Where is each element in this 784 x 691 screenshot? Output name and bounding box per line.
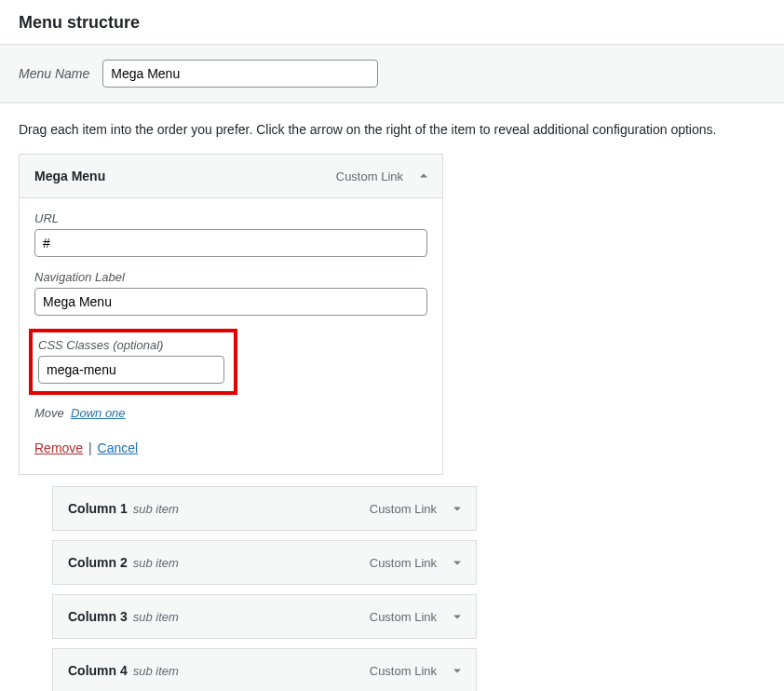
collapsed-list: Column 1 sub item Custom Link Column 2 s… [19,486,765,691]
menu-item-type: Custom Link [370,610,437,624]
menu-item-title: Column 2 [68,555,128,570]
menu-item-column-3: Column 3 sub item Custom Link [52,594,477,639]
chevron-up-icon[interactable] [416,169,431,183]
menu-item-type: Custom Link [336,169,403,183]
css-classes-label: CSS Classes (optional) [38,338,224,352]
menu-name-label: Menu Name [19,66,89,81]
menu-item-type: Custom Link [370,556,437,570]
menu-name-input[interactable] [102,60,378,88]
chevron-down-icon[interactable] [450,501,465,516]
menu-settings-bar: Menu Name [0,45,784,103]
menu-item-header[interactable]: Column 4 sub item Custom Link [53,649,476,691]
chevron-down-icon[interactable] [450,609,465,624]
menu-item-subtitle: sub item [133,502,179,516]
menu-item-mega-menu: Mega Menu Custom Link URL Navigation Lab… [19,154,443,475]
separator: | [88,440,92,455]
move-down-link[interactable]: Down one [71,406,126,420]
css-classes-input[interactable] [38,356,224,384]
menu-item-body: URL Navigation Label CSS Classes (option… [20,197,442,474]
nav-label-field: Navigation Label [34,270,427,316]
menu-items-container: Mega Menu Custom Link URL Navigation Lab… [0,154,784,691]
menu-item-column-1: Column 1 sub item Custom Link [52,486,477,531]
menu-item-title: Column 3 [68,609,128,624]
cancel-link[interactable]: Cancel [98,440,139,455]
chevron-down-icon[interactable] [450,555,465,570]
menu-item-type: Custom Link [370,664,437,678]
menu-item-column-4: Column 4 sub item Custom Link [52,648,477,691]
nav-label-label: Navigation Label [34,270,427,284]
chevron-down-icon[interactable] [450,663,465,678]
menu-item-subtitle: sub item [133,610,179,624]
menu-item-title: Mega Menu [34,169,105,183]
url-input[interactable] [34,229,427,257]
instructions-text: Drag each item into the order you prefer… [0,103,784,154]
move-row: Move Down one [34,406,427,420]
menu-item-subtitle: sub item [133,556,179,570]
menu-structure-heading: Menu structure [0,0,784,45]
menu-item-header[interactable]: Column 3 sub item Custom Link [53,595,476,638]
remove-link[interactable]: Remove [34,440,83,455]
menu-item-type: Custom Link [370,502,437,516]
menu-item-header[interactable]: Column 1 sub item Custom Link [53,487,476,530]
url-label: URL [34,211,427,225]
menu-item-header[interactable]: Mega Menu Custom Link [20,155,442,197]
menu-item-title: Column 4 [68,663,128,678]
menu-item-column-2: Column 2 sub item Custom Link [52,540,477,585]
move-label: Move [34,406,64,420]
menu-item-header[interactable]: Column 2 sub item Custom Link [53,541,476,584]
url-field: URL [34,211,427,257]
nav-label-input[interactable] [34,288,427,316]
menu-item-subtitle: sub item [133,664,179,678]
action-row: Remove | Cancel [34,440,427,455]
css-classes-highlight: CSS Classes (optional) [29,329,237,395]
menu-item-title: Column 1 [68,501,128,516]
